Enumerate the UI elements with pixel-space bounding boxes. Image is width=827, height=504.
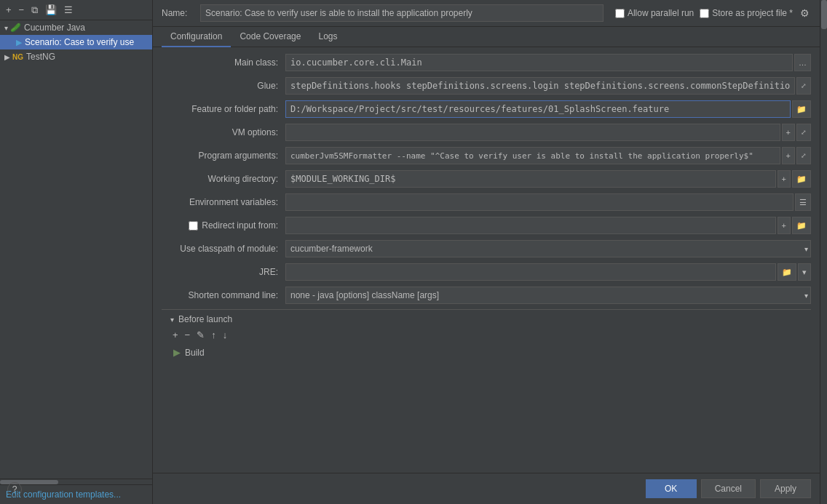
main-class-row: Main class: … bbox=[162, 53, 811, 72]
cucumber-icon: 🥒 bbox=[10, 23, 21, 33]
glue-input-wrap: ⤢ bbox=[285, 77, 811, 95]
allow-parallel-run-checkbox[interactable] bbox=[615, 9, 625, 18]
ok-button[interactable]: OK bbox=[646, 479, 697, 498]
classpath-select[interactable]: cucumber-framework bbox=[285, 240, 811, 257]
bl-down-button[interactable]: ↓ bbox=[221, 329, 230, 341]
sidebar-add-button[interactable]: + bbox=[3, 3, 15, 17]
shorten-cmd-row: Shorten command line: none - java [optio… bbox=[162, 286, 811, 305]
program-args-add-button[interactable]: + bbox=[782, 147, 795, 164]
feature-path-input-wrap: 📁 bbox=[285, 100, 811, 118]
sidebar-copy-button[interactable]: ⧉ bbox=[28, 3, 41, 17]
redirect-input-add-button[interactable]: + bbox=[777, 217, 791, 234]
env-vars-input[interactable] bbox=[285, 193, 794, 211]
vm-options-expand-button[interactable]: ⤢ bbox=[796, 124, 811, 141]
program-args-label: Program arguments: bbox=[162, 151, 285, 161]
jre-input[interactable] bbox=[285, 263, 776, 281]
jre-browse-button[interactable]: 📁 bbox=[777, 263, 796, 281]
main-class-input-wrap: … bbox=[285, 54, 811, 71]
bl-edit-button[interactable]: ✎ bbox=[194, 329, 207, 341]
jre-row: JRE: 📁 ▾ bbox=[162, 263, 811, 281]
edit-templates-link[interactable]: Edit configuration templates... bbox=[6, 489, 121, 500]
classpath-select-wrap: cucumber-framework ▾ bbox=[285, 240, 811, 257]
allow-parallel-run-label[interactable]: Allow parallel run bbox=[615, 8, 694, 18]
header-row: Name: Allow parallel run Store as projec… bbox=[153, 0, 820, 27]
classpath-label: Use classpath of module: bbox=[162, 244, 285, 254]
redirect-input-input[interactable] bbox=[285, 217, 776, 234]
working-dir-label: Working directory: bbox=[162, 174, 285, 184]
main-class-browse-button[interactable]: … bbox=[794, 54, 811, 71]
classpath-row: Use classpath of module: cucumber-framew… bbox=[162, 239, 811, 258]
env-vars-browse-button[interactable]: ☰ bbox=[795, 193, 811, 211]
sidebar-more-button[interactable]: ☰ bbox=[61, 3, 76, 17]
sidebar-remove-button[interactable]: − bbox=[16, 3, 28, 17]
bl-up-button[interactable]: ↑ bbox=[209, 329, 218, 341]
env-vars-input-wrap: ☰ bbox=[285, 193, 811, 211]
sidebar-item-scenario[interactable]: ▶ Scenario: Case to verify use bbox=[0, 35, 152, 49]
feature-path-input[interactable] bbox=[285, 100, 791, 118]
shorten-cmd-select-wrap: none - java [options] className [args] ▾ bbox=[285, 287, 811, 304]
glue-expand-button[interactable]: ⤢ bbox=[796, 77, 811, 95]
store-as-project-file-checkbox[interactable] bbox=[700, 9, 709, 18]
shorten-cmd-label: Shorten command line: bbox=[162, 290, 285, 300]
main-class-input[interactable] bbox=[285, 54, 793, 71]
program-args-input[interactable] bbox=[285, 147, 780, 164]
main-scrollbar-thumb bbox=[821, 0, 827, 29]
bl-remove-button[interactable]: − bbox=[183, 329, 193, 341]
bl-add-button[interactable]: + bbox=[170, 329, 181, 341]
gear-button[interactable]: ⚙ bbox=[799, 7, 811, 19]
sidebar-item-testng[interactable]: ▶ NG TestNG bbox=[0, 49, 152, 64]
working-dir-browse-button[interactable]: 📁 bbox=[792, 170, 811, 188]
redirect-input-checkbox[interactable] bbox=[189, 221, 198, 231]
name-input[interactable] bbox=[200, 4, 604, 22]
program-args-row: Program arguments: + ⤢ bbox=[162, 146, 811, 165]
main-scrollbar[interactable] bbox=[820, 0, 827, 504]
apply-button[interactable]: Apply bbox=[760, 479, 811, 498]
glue-input[interactable] bbox=[285, 77, 795, 95]
tab-code-coverage[interactable]: Code Coverage bbox=[231, 27, 309, 47]
before-launch-toolbar: + − ✎ ↑ ↓ bbox=[170, 329, 802, 341]
feature-path-row: Feature or folder path: 📁 bbox=[162, 100, 811, 119]
main-panel: Name: Allow parallel run Store as projec… bbox=[153, 0, 820, 504]
shorten-cmd-select[interactable]: none - java [options] className [args] bbox=[285, 287, 811, 304]
working-dir-input-wrap: + 📁 bbox=[285, 170, 811, 188]
glue-label: Glue: bbox=[162, 81, 285, 91]
cancel-button[interactable]: Cancel bbox=[701, 479, 756, 498]
tree-arrow-cucumber: ▾ bbox=[4, 24, 8, 32]
store-as-project-file-label[interactable]: Store as project file * bbox=[700, 8, 793, 18]
vm-options-label: VM options: bbox=[162, 127, 285, 137]
program-args-expand-button[interactable]: ⤢ bbox=[796, 147, 811, 164]
vm-options-input[interactable] bbox=[285, 124, 780, 141]
redirect-input-browse-button[interactable]: 📁 bbox=[792, 217, 811, 234]
feature-path-label: Feature or folder path: bbox=[162, 104, 285, 114]
sidebar-save-button[interactable]: 💾 bbox=[42, 3, 60, 17]
scenario-icon: ▶ bbox=[16, 38, 22, 47]
help-button[interactable]: ? bbox=[7, 482, 22, 497]
build-icon: ▶ bbox=[173, 347, 181, 358]
name-label: Name: bbox=[162, 8, 194, 18]
redirect-input-input-wrap: + 📁 bbox=[285, 217, 811, 234]
working-dir-add-button[interactable]: + bbox=[777, 170, 791, 188]
program-args-input-wrap: + ⤢ bbox=[285, 147, 811, 164]
env-vars-row: Environment variables: ☰ bbox=[162, 193, 811, 212]
before-launch-header: ▾ Before launch bbox=[170, 314, 802, 324]
redirect-input-row: Redirect input from: + 📁 bbox=[162, 216, 811, 235]
sidebar-bottom: Edit configuration templates... bbox=[0, 484, 152, 504]
tab-logs[interactable]: Logs bbox=[309, 27, 346, 47]
sidebar-item-cucumber-java[interactable]: ▾ 🥒 Cucumber Java bbox=[0, 20, 152, 35]
vm-options-row: VM options: + ⤢ bbox=[162, 123, 811, 142]
sidebar: + − ⧉ 💾 ☰ ▾ 🥒 Cucumber Java ▶ Scenario: … bbox=[0, 0, 153, 504]
jre-label: JRE: bbox=[162, 267, 285, 277]
feature-path-browse-button[interactable]: 📁 bbox=[792, 100, 811, 118]
before-launch-arrow: ▾ bbox=[170, 316, 174, 324]
tab-configuration[interactable]: Configuration bbox=[162, 27, 231, 47]
sidebar-scrollbar[interactable] bbox=[0, 479, 152, 484]
sidebar-toolbar: + − ⧉ 💾 ☰ bbox=[0, 0, 152, 20]
vm-options-add-button[interactable]: + bbox=[782, 124, 795, 141]
before-launch-section: ▾ Before launch + − ✎ ↑ ↓ ▶ Build bbox=[162, 309, 811, 364]
redirect-input-checkbox-label[interactable]: Redirect input from: bbox=[189, 220, 278, 231]
jre-dropdown-button[interactable]: ▾ bbox=[798, 263, 811, 281]
working-dir-input[interactable] bbox=[285, 170, 776, 188]
config-form: Main class: … Glue: ⤢ Feature or folder … bbox=[153, 47, 820, 473]
jre-input-wrap: 📁 ▾ bbox=[285, 263, 811, 281]
glue-row: Glue: ⤢ bbox=[162, 76, 811, 95]
